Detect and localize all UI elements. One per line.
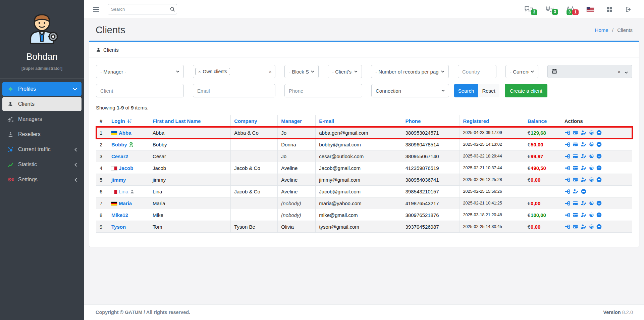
column-header-manager[interactable]: Manager <box>278 115 316 127</box>
phone-input[interactable] <box>284 84 362 97</box>
sidebar-item-resellers[interactable]: Resellers <box>2 127 82 141</box>
currency-select[interactable]: - Currency - <box>505 65 538 78</box>
block-client-icon[interactable] <box>581 189 586 194</box>
block-client-icon[interactable] <box>596 153 602 159</box>
yin-yang-icon[interactable]: ☯ <box>589 177 594 183</box>
edit-client-icon[interactable] <box>573 189 579 194</box>
sort-icon[interactable] <box>127 119 132 124</box>
payments-icon[interactable] <box>573 153 578 159</box>
login-as-client-icon[interactable] <box>565 142 570 147</box>
sidebar-item-statistic[interactable]: Statistic <box>2 157 82 172</box>
yin-yang-icon[interactable]: ☯ <box>589 130 594 136</box>
yin-yang-icon[interactable]: ☯ <box>589 165 594 171</box>
client-login-link[interactable]: Bobby <box>111 142 127 147</box>
breadcrumb-home-link[interactable]: Home <box>595 27 608 33</box>
client-login-link[interactable]: Jacob <box>119 165 133 171</box>
edit-client-icon[interactable] <box>581 200 587 206</box>
column-header-first-and-last-name[interactable]: First and Last Name <box>149 115 231 127</box>
client-login-link[interactable]: Abba <box>119 130 131 136</box>
sidebar-item-clients[interactable]: Clients <box>2 97 82 111</box>
payments-icon[interactable] <box>573 130 578 135</box>
own-clients-filter[interactable]: × Own clients × <box>193 65 275 78</box>
client-input[interactable] <box>96 84 184 97</box>
date-range-picker[interactable]: × <box>547 65 632 78</box>
column-header-company[interactable]: Company <box>231 115 278 127</box>
block-client-icon[interactable] <box>596 224 602 229</box>
edit-client-icon[interactable] <box>581 142 587 147</box>
client-login-link[interactable]: Mike12 <box>111 212 128 218</box>
payments-icon[interactable] <box>573 212 578 218</box>
email-input[interactable] <box>193 84 275 97</box>
column-header-login[interactable]: Login <box>108 115 149 127</box>
payments-icon[interactable] <box>573 200 578 206</box>
gitlab-icon[interactable]: 31 <box>566 6 575 13</box>
remove-chip-icon[interactable]: × <box>198 69 201 74</box>
connection-select[interactable]: Connection <box>371 84 449 97</box>
login-as-client-icon[interactable] <box>565 212 570 218</box>
logout-icon[interactable] <box>625 6 632 12</box>
manager-select[interactable]: - Manager - <box>96 65 184 78</box>
edit-client-icon[interactable] <box>581 165 587 171</box>
edit-client-icon[interactable] <box>581 224 587 229</box>
sidebar-item-profiles[interactable]: Profiles <box>2 82 82 96</box>
column-header-registered[interactable]: Registered <box>460 115 524 127</box>
client-login-link[interactable]: jimmy <box>111 177 126 183</box>
grid-icon[interactable] <box>606 6 613 13</box>
payments-icon[interactable] <box>573 142 578 147</box>
clear-filter-icon[interactable]: × <box>269 69 272 75</box>
login-as-client-icon[interactable] <box>565 200 570 206</box>
column-header-phone[interactable]: Phone <box>402 115 460 127</box>
block-client-icon[interactable] <box>596 130 602 135</box>
sidebar-item-managers[interactable]: Managers <box>2 112 82 126</box>
masks-icon[interactable]: 3 <box>545 6 554 13</box>
login-as-client-icon[interactable] <box>565 165 570 171</box>
column-header-e-mail[interactable]: E-mail <box>316 115 402 127</box>
column-header-balance[interactable]: Balance <box>524 115 561 127</box>
client-login-link[interactable]: Tyson <box>111 224 126 230</box>
reset-button[interactable]: Reset <box>478 84 499 97</box>
block-client-icon[interactable] <box>596 165 602 171</box>
block-status-select[interactable]: - Block Stat <box>284 65 319 78</box>
edit-client-icon[interactable] <box>581 212 587 218</box>
edit-client-icon[interactable] <box>581 153 587 159</box>
language-flag-icon[interactable] <box>587 7 594 12</box>
payments-icon[interactable] <box>573 224 578 229</box>
search-icon[interactable] <box>170 7 175 12</box>
client-login-link[interactable]: Cesar2 <box>111 153 128 159</box>
messages-icon[interactable]: 3 <box>524 6 533 13</box>
clients-icon <box>96 47 101 52</box>
own-clients-chip[interactable]: × Own clients <box>195 68 230 75</box>
country-input[interactable] <box>458 65 496 78</box>
company-cell: Abba & Co <box>231 127 278 139</box>
client-login-link[interactable]: Lina <box>119 189 128 194</box>
global-search-input[interactable] <box>111 7 170 12</box>
edit-client-icon[interactable] <box>581 177 587 182</box>
yin-yang-icon[interactable]: ☯ <box>589 200 594 206</box>
edit-client-icon[interactable] <box>581 130 587 135</box>
sidebar-item-current-traffic[interactable]: Current traffic <box>2 142 82 156</box>
yin-yang-icon[interactable]: ☯ <box>589 153 594 159</box>
search-button[interactable]: Search <box>454 84 478 97</box>
yin-yang-icon[interactable]: ☯ <box>589 224 594 230</box>
block-client-icon[interactable] <box>596 212 602 218</box>
login-as-client-icon[interactable] <box>565 130 570 136</box>
client-status-select[interactable]: - Client's st <box>328 65 362 78</box>
login-as-client-icon[interactable] <box>565 224 570 230</box>
block-client-icon[interactable] <box>596 142 602 147</box>
yin-yang-icon[interactable]: ☯ <box>589 212 594 218</box>
login-as-client-icon[interactable] <box>565 153 570 159</box>
menu-toggle-icon[interactable] <box>92 6 100 13</box>
login-as-client-icon[interactable] <box>565 189 570 194</box>
client-login-link[interactable]: Maria <box>119 200 132 206</box>
login-as-client-icon[interactable] <box>565 177 570 183</box>
payments-icon[interactable] <box>573 165 578 171</box>
records-per-page-select[interactable]: - Number of records per page - <box>371 65 449 78</box>
registered-cell: 2025-02-21 10:41:25 <box>460 197 524 209</box>
clear-date-icon[interactable]: × <box>618 69 621 75</box>
block-client-icon[interactable] <box>596 200 602 206</box>
sidebar-item-settings[interactable]: ⚙⚙Settings <box>2 173 82 187</box>
block-client-icon[interactable] <box>596 177 602 182</box>
create-client-button[interactable]: Create a client <box>505 84 547 97</box>
yin-yang-icon[interactable]: ☯ <box>589 142 594 147</box>
payments-icon[interactable] <box>573 177 578 182</box>
